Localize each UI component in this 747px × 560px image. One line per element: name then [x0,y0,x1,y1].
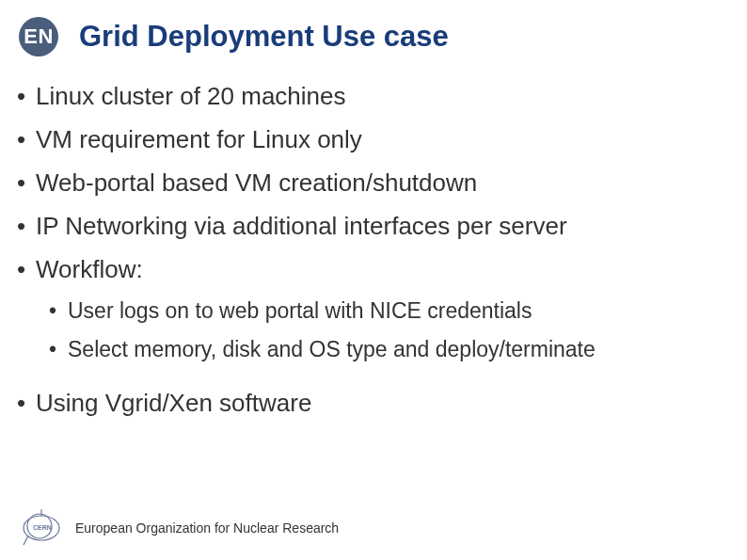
list-item-text: VM requirement for Linux only [36,125,362,153]
list-item-text: Linux cluster of 20 machines [36,82,346,110]
cern-logo-icon: CERN [21,509,62,547]
bullet-icon: • [17,390,36,417]
bullet-icon: • [17,213,36,240]
bullet-icon: • [49,337,68,361]
bullet-icon: • [17,83,36,110]
bullet-icon: • [17,126,36,153]
slide-content: • Linux cluster of 20 machines • VM requ… [0,56,747,418]
list-item-text: Using Vgrid/Xen software [36,389,311,417]
en-badge-icon: EN [19,17,58,56]
list-item-text: IP Networking via additional interfaces … [36,212,567,240]
slide-title: Grid Deployment Use case [79,20,449,54]
sub-bullet-list: • User logs on to web portal with NICE c… [49,298,738,361]
slide-footer: CERN European Organization for Nuclear R… [21,509,339,547]
footer-org-text: European Organization for Nuclear Resear… [75,520,339,536]
sub-list-item: • User logs on to web portal with NICE c… [49,298,738,323]
list-item: • Using Vgrid/Xen software [17,390,738,418]
sub-list-item: • Select memory, disk and OS type and de… [49,337,738,361]
list-item: • Web-portal based VM creation/shutdown [17,169,738,198]
svg-text:CERN: CERN [33,524,52,531]
bullet-icon: • [49,298,68,323]
sub-list-item-text: User logs on to web portal with NICE cre… [68,298,532,323]
list-item: • IP Networking via additional interface… [17,213,738,241]
bullet-icon: • [17,256,36,283]
list-item-text: Workflow: [36,255,143,283]
sub-list-item-text: Select memory, disk and OS type and depl… [68,337,596,361]
bullet-list: • Linux cluster of 20 machines • VM requ… [17,83,738,418]
svg-line-3 [24,536,28,545]
list-item: • Workflow: • User logs on to web portal… [17,256,738,376]
bullet-icon: • [17,169,36,197]
list-item: • VM requirement for Linux only [17,126,738,154]
list-item-text: Web-portal based VM creation/shutdown [36,168,477,197]
slide-header: EN Grid Deployment Use case [0,0,747,56]
list-item: • Linux cluster of 20 machines [17,83,738,111]
